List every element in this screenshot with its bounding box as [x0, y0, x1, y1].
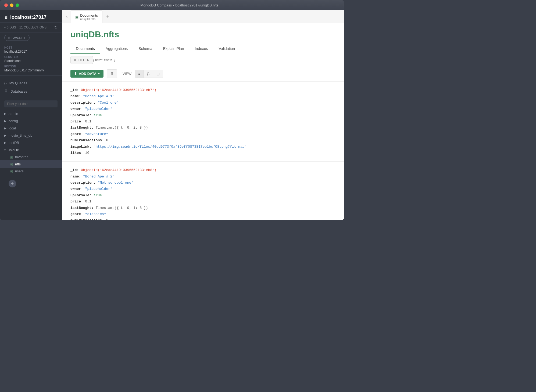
tab-explain-plan[interactable]: Explain Plan: [158, 44, 190, 54]
document-card: _id: ObjectId('62eae4419103965521331eb8'…: [62, 162, 344, 220]
doc-field-imagelink: imageLink: "https://img.seadn.io/files/4…: [70, 144, 335, 150]
minimize-button[interactable]: [10, 3, 13, 7]
favorite-button[interactable]: ☆ FAVORITE: [4, 35, 30, 41]
filter-query-input[interactable]: [93, 58, 335, 62]
filter-container: [0, 99, 62, 109]
titlebar: MongoDB Compass - localhost:27017/uniqDB…: [0, 0, 344, 10]
chevron-down-icon: ▾: [4, 26, 6, 29]
nav-tabs: Documents Aggregations Schema Explain Pl…: [70, 44, 335, 54]
host-label: HOST: [4, 46, 58, 49]
chevron-right-icon: ▶: [4, 119, 6, 122]
tab-bar: ‹ ▣ Documents uniqDB.nfts +: [62, 10, 344, 23]
collection-item-favorites[interactable]: ▣ favorites: [0, 154, 62, 160]
doc-field-genre: genre: "adventure": [70, 131, 335, 137]
main-content: ‹ ▣ Documents uniqDB.nfts + uniqDB.nfts …: [62, 10, 344, 220]
collection-item-nfts[interactable]: ▣ nfts ···: [0, 160, 62, 168]
app-window: MongoDB Compass - localhost:27017/uniqDB…: [0, 0, 344, 220]
main-layout: 🖥 localhost:27017 ▾ 6 DBS 11 COLLECTIONS…: [0, 10, 344, 220]
json-view-button[interactable]: {}: [144, 70, 153, 78]
add-database-button[interactable]: +: [9, 180, 16, 187]
db-name: admin: [9, 112, 18, 116]
databases-label: Databases: [10, 89, 27, 93]
db-item-local[interactable]: ▶ local: [0, 125, 62, 132]
db-item-admin[interactable]: ▶ admin: [0, 110, 62, 117]
document-card: _id: ObjectId('62eae4419103965521331eb7'…: [62, 82, 344, 162]
db-item-movie-time-db[interactable]: ▶ movie_time_db: [0, 132, 62, 139]
tab-documents[interactable]: Documents: [70, 44, 100, 54]
cluster-value: Standalone: [4, 59, 58, 63]
doc-field-price: price: 0.1: [70, 118, 335, 125]
add-tab-button[interactable]: +: [104, 13, 112, 20]
table-view-button[interactable]: ⊞: [153, 70, 163, 78]
add-data-button[interactable]: ⬇ ADD DATA ▾: [70, 70, 103, 78]
doc-field-id: _id: ObjectId('62eae4419103965521331eb7'…: [70, 87, 335, 93]
tab-aggregations[interactable]: Aggregations: [100, 44, 133, 54]
doc-field-owner: owner: "placeholder": [70, 106, 335, 112]
filter-input[interactable]: [4, 100, 58, 107]
add-db-container: +: [0, 176, 62, 192]
tab-title: Documents: [80, 13, 98, 17]
my-queries-label: My Queries: [9, 81, 27, 85]
collection-dots-icon[interactable]: ···: [54, 162, 58, 166]
filter-label: FILTER: [78, 58, 90, 62]
doc-field-numtransactions: numTransactions: 0: [70, 217, 335, 220]
doc-field-lastbought: lastBought: Timestamp({ t: 0, i: 8 }): [70, 125, 335, 131]
sidebar-item-databases[interactable]: 🗄 Databases: [0, 87, 62, 96]
db-item-testDB[interactable]: ▶ testDB: [0, 139, 62, 146]
documents-tab[interactable]: ▣ Documents uniqDB.nfts: [71, 10, 102, 23]
add-data-label: ADD DATA: [79, 72, 97, 76]
collection-name: nfts: [15, 162, 21, 166]
collections-count: 11 COLLECTIONS: [19, 26, 47, 29]
doc-field-upforsale: upForSale: true: [70, 112, 335, 118]
collection-name: users: [15, 169, 24, 173]
collection-item-users[interactable]: ▣ users: [0, 168, 62, 175]
doc-field-genre: genre: "classics": [70, 211, 335, 217]
doc-field-name: name: "Bored Ape # 1": [70, 93, 335, 99]
chevron-right-icon: ▶: [4, 134, 6, 137]
filter-dot-icon: [74, 59, 76, 61]
documents-list: _id: ObjectId('62eae4419103965521331eb7'…: [62, 82, 344, 220]
folder-icon: ▣: [75, 15, 78, 19]
edition-value: MongoDB 5.0.7 Community: [4, 68, 58, 72]
close-button[interactable]: [4, 3, 8, 7]
chevron-down-icon: ▾: [4, 148, 6, 151]
import-button[interactable]: ⬆: [107, 69, 117, 78]
cluster-label: CLUSTER: [4, 56, 58, 59]
queries-icon: {}: [4, 81, 7, 85]
db-name: movie_time_db: [9, 133, 32, 137]
tab-validation[interactable]: Validation: [213, 44, 240, 54]
chevron-down-icon: ▾: [98, 72, 100, 75]
favorite-label: FAVORITE: [12, 36, 26, 39]
view-btn-group: ≡ {} ⊞: [135, 70, 163, 78]
view-label: VIEW: [123, 72, 131, 76]
tab-schema[interactable]: Schema: [133, 44, 158, 54]
toolbar: ⬇ ADD DATA ▾ ⬆ VIEW ≡ {} ⊞: [62, 66, 344, 82]
sidebar-stats: ▾ 6 DBS 11 COLLECTIONS ↻: [0, 23, 62, 32]
sidebar-item-my-queries[interactable]: {} My Queries: [0, 79, 62, 87]
doc-field-likes: likes: 10: [70, 150, 335, 156]
download-icon: ⬇: [74, 72, 77, 76]
db-name: config: [9, 119, 18, 123]
traffic-lights: [4, 3, 19, 7]
star-icon: ☆: [8, 36, 10, 39]
refresh-button[interactable]: ↻: [54, 25, 58, 30]
doc-field-price: price: 0.1: [70, 198, 335, 205]
sidebar-nav: {} My Queries 🗄 Databases: [0, 75, 62, 99]
server-icon: 🖥: [4, 15, 8, 20]
list-view-button[interactable]: ≡: [135, 70, 144, 78]
doc-field-description: description: "Not so cool one": [70, 180, 335, 186]
db-item-config[interactable]: ▶ config: [0, 117, 62, 125]
db-item-uniqDB[interactable]: ▾ uniqDB: [0, 146, 62, 154]
edition-label: EDITION: [4, 65, 58, 68]
tab-indexes[interactable]: Indexes: [190, 44, 213, 54]
sidebar-meta: HOST localhost:27017 CLUSTER Standalone …: [0, 43, 62, 75]
filter-button[interactable]: FILTER: [70, 56, 93, 64]
doc-field-id: _id: ObjectId('62eae4419103965521331eb8'…: [70, 167, 335, 173]
databases-list: ▶ admin ▶ config ▶ local ▶ movie_time_db…: [0, 109, 62, 176]
tab-subtitle: uniqDB.nfts: [80, 17, 98, 21]
sidebar-toggle-button[interactable]: ‹: [64, 13, 70, 20]
maximize-button[interactable]: [16, 3, 19, 7]
doc-field-description: description: "Cool one": [70, 100, 335, 106]
doc-field-upforsale: upForSale: true: [70, 192, 335, 198]
doc-field-lastbought: lastBought: Timestamp({ t: 0, i: 8 }): [70, 205, 335, 211]
